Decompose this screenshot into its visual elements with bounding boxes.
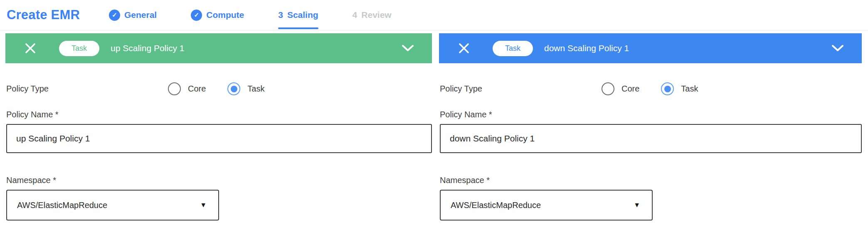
policy-type-label: Policy Type (440, 84, 602, 94)
step-general[interactable]: ✓ General (109, 0, 157, 30)
scale-up-policy-panel: Task up Scaling Policy 1 Policy Type Cor… (5, 33, 432, 221)
policy-type-radio-group: Core Task (168, 82, 286, 95)
wizard-steps: ✓ General ✓ Compute 3 Scaling 4 Review (109, 0, 426, 30)
step-number: 3 (278, 10, 283, 20)
panel-title: up Scaling Policy 1 (111, 43, 184, 53)
step-scaling[interactable]: 3 Scaling (278, 0, 318, 30)
step-number: 4 (353, 10, 358, 20)
policy-name-input[interactable] (6, 124, 432, 153)
radio-option-task[interactable]: Task (227, 82, 264, 95)
radio-task-icon[interactable] (227, 82, 240, 95)
radio-option-core[interactable]: Core (602, 82, 639, 95)
policy-name-input[interactable] (440, 124, 862, 153)
radio-task-label: Task (247, 84, 264, 94)
policy-type-label: Policy Type (6, 84, 168, 94)
task-badge: Task (59, 41, 99, 56)
radio-core-label: Core (188, 84, 206, 94)
step-label: Scaling (287, 10, 318, 20)
radio-option-task[interactable]: Task (661, 82, 698, 95)
step-label: General (124, 10, 157, 20)
namespace-label: Namespace * (5, 175, 432, 185)
check-circle-icon: ✓ (109, 10, 120, 21)
step-label: Compute (206, 10, 244, 20)
panel-title: down Scaling Policy 1 (544, 43, 629, 53)
step-label: Review (361, 10, 391, 20)
page-title: Create EMR (7, 7, 80, 22)
scaling-policies-area: Task up Scaling Policy 1 Policy Type Cor… (0, 30, 868, 221)
policy-type-radio-group: Core Task (602, 82, 720, 95)
radio-core-icon[interactable] (602, 82, 614, 95)
namespace-selected-value: AWS/ElasticMapReduce (451, 201, 541, 210)
radio-core-label: Core (621, 84, 639, 94)
scale-down-policy-panel: Task down Scaling Policy 1 Policy Type C… (439, 33, 862, 221)
radio-option-core[interactable]: Core (168, 82, 206, 95)
namespace-label: Namespace * (439, 175, 862, 185)
scale-down-panel-header: Task down Scaling Policy 1 (439, 33, 862, 63)
dropdown-caret-icon: ▼ (634, 202, 640, 208)
step-review[interactable]: 4 Review (353, 0, 392, 30)
scale-up-panel-header: Task up Scaling Policy 1 (5, 33, 432, 63)
chevron-down-icon[interactable] (401, 45, 414, 52)
step-compute[interactable]: ✓ Compute (191, 0, 244, 30)
close-icon[interactable] (458, 42, 470, 54)
policy-type-row: Policy Type Core Task (5, 82, 432, 95)
namespace-select[interactable]: AWS/ElasticMapReduce ▼ (6, 190, 219, 221)
dropdown-caret-icon: ▼ (200, 202, 207, 208)
radio-task-label: Task (681, 84, 698, 94)
chevron-down-icon[interactable] (831, 45, 844, 52)
task-badge: Task (493, 41, 533, 56)
policy-name-label: Policy Name * (5, 109, 432, 119)
check-circle-icon: ✓ (191, 10, 202, 21)
radio-core-icon[interactable] (168, 82, 181, 95)
namespace-select[interactable]: AWS/ElasticMapReduce ▼ (440, 190, 653, 221)
policy-name-label: Policy Name * (439, 109, 862, 119)
policy-type-row: Policy Type Core Task (439, 82, 862, 95)
radio-task-icon[interactable] (661, 82, 674, 95)
close-icon[interactable] (25, 42, 36, 54)
namespace-selected-value: AWS/ElasticMapReduce (17, 201, 107, 210)
wizard-header: Create EMR ✓ General ✓ Compute 3 Scaling… (0, 0, 868, 30)
